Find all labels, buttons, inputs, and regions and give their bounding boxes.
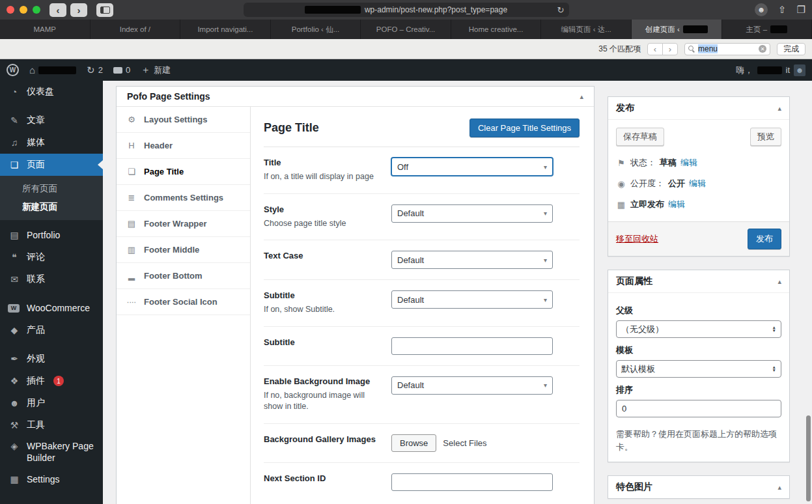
tab-comments-settings[interactable]: ≣Comments Settings [117,185,250,211]
find-previous-button[interactable]: ‹ [647,43,663,55]
reload-icon[interactable]: ↻ [557,5,565,15]
edit-schedule-link[interactable]: 编辑 [668,199,685,210]
forward-button[interactable]: › [70,3,87,17]
sidebar-item-media[interactable]: ♫媒体 [0,132,103,154]
subtitle-input[interactable] [391,337,553,355]
sidebar-item-users[interactable]: ☻用户 [0,392,103,414]
sidebar-item-settings[interactable]: ▦Settings [0,468,103,490]
tab-footer-wrapper[interactable]: ▤Footer Wrapper [117,211,250,237]
sidebar-item-portfolio[interactable]: ▤Portfolio [0,224,103,246]
media-icon: ♫ [8,137,21,148]
sidebar-toggle-button[interactable] [96,3,113,17]
field-label: Text Case [264,251,382,260]
appearance-icon: ✒ [8,354,21,364]
move-to-trash-link[interactable]: 移至回收站 [616,233,658,245]
collapse-icon[interactable]: ▴ [580,92,583,101]
browser-tab-home-creative[interactable]: Home creative... [451,20,542,39]
settings-tab-list: ⚙Layout Settings HHeader ❏Page Title ≣Co… [117,107,251,504]
tab-layout-settings[interactable]: ⚙Layout Settings [117,107,250,133]
metabox-header[interactable]: Pofo Page Settings ▴ [117,87,594,107]
title-select[interactable]: Off▾ [391,158,553,176]
share-icon[interactable]: ⇧ [778,4,787,16]
sidebar-item-tools[interactable]: ⚒工具 [0,414,103,436]
sidebar-item-wpbakery[interactable]: ◈WPBakery Page Builder [0,436,103,468]
adminbar-comments[interactable]: 0 [113,65,130,75]
sidebar-item-appearance[interactable]: ✒外观 [0,348,103,370]
style-select[interactable]: Default▾ [391,204,553,223]
subtitle-select[interactable]: Default▾ [391,290,553,309]
close-window-button[interactable] [7,6,14,14]
tab-footer-bottom[interactable]: ▂Footer Bottom [117,263,250,289]
template-label: 模板 [616,344,781,356]
browser-tab-edit-page[interactable]: 编辑页面 ‹ 达... [541,20,632,39]
submenu-all-pages[interactable]: 所有页面 [0,180,103,198]
field-label: Next Section ID [264,473,382,483]
publish-panel-header[interactable]: 发布 ▴ [608,97,789,120]
browser-tab-new-page-active[interactable]: 创建页面 ‹ [632,20,722,39]
scrollbar-thumb[interactable] [806,415,811,501]
next-section-id-input[interactable] [391,473,553,491]
find-done-button[interactable]: 完成 [777,43,805,55]
wordpress-logo-icon[interactable]: W [7,64,19,76]
text-case-select[interactable]: Default▾ [391,251,553,269]
order-input[interactable] [616,400,781,417]
comments-bubble-icon [113,67,122,74]
browser-tab-mamp[interactable]: MAMP [0,20,91,39]
page-attributes-panel: 页面属性 ▴ 父级 （无父级） ▲▼ 模板 默认模板 ▲▼ 排序 [608,270,790,462]
featured-image-header[interactable]: 特色图片 ▴ [608,476,789,498]
window-controls [7,6,40,14]
back-button[interactable]: ‹ [49,3,66,17]
adminbar-new-content[interactable]: ＋ 新建 [141,64,171,76]
find-next-button[interactable]: › [662,43,678,55]
browser-tab-import[interactable]: Import navigati... [180,20,271,39]
parent-select[interactable]: （无父级） ▲▼ [616,320,781,338]
plus-icon: ＋ [141,64,150,76]
preview-button[interactable]: 预览 [750,128,781,146]
adminbar-updates[interactable]: ↻ 2 [87,64,103,76]
sidebar-item-products[interactable]: ◆产品 [0,319,103,341]
sidebar-item-contact[interactable]: ✉联系 [0,268,103,290]
publish-button[interactable]: 发布 [748,229,781,249]
edit-status-link[interactable]: 编辑 [680,157,697,169]
publish-panel: 发布 ▴ 保存草稿 预览 ⚑ 状态： 草稿 编辑 ◉ [608,96,790,257]
find-nav-buttons: ‹ › [647,43,678,55]
tab-page-title[interactable]: ❏Page Title [117,159,250,185]
browser-tab-index[interactable]: Index of / [91,20,181,39]
browse-button[interactable]: Browse [391,434,436,452]
address-bar[interactable]: wp-admin/post-new.php?post_type=page ↻ [244,3,569,17]
page-attributes-header[interactable]: 页面属性 ▴ [608,270,789,293]
adminbar-account[interactable]: 嗨， it ☻ [736,64,806,76]
collapse-icon[interactable]: ▴ [777,277,781,286]
field-label: Subtitle [264,337,382,347]
sidebar-item-pages[interactable]: ❏页面 [0,154,103,176]
find-input[interactable]: menu ✕ [684,43,770,55]
template-select[interactable]: 默认模板 ▲▼ [616,360,781,378]
field-subtitle-toggle: Subtitle If on, show Subtitle. Default▾ [264,280,580,327]
browser-tab-portfolio[interactable]: Portfolio ‹ 仙... [271,20,361,39]
home-icon: ⌂ [29,64,35,76]
enable-background-image-select[interactable]: Default▾ [391,376,553,395]
clear-search-icon[interactable]: ✕ [759,45,766,53]
sidebar-item-posts[interactable]: ✎文章 [0,109,103,132]
collapse-icon[interactable]: ▴ [777,483,781,492]
field-label: Style [264,204,382,214]
sidebar-item-plugins[interactable]: ❖插件1 [0,370,103,392]
edit-visibility-link[interactable]: 编辑 [689,178,706,189]
submenu-new-page[interactable]: 新建页面 [0,198,103,216]
profile-icon[interactable]: ☻ [755,3,768,16]
minimize-window-button[interactable] [20,6,27,14]
adminbar-site-name[interactable]: ⌂ [29,64,76,76]
sidebar-item-comments[interactable]: ❝评论 [0,246,103,268]
zoom-window-button[interactable] [33,6,40,14]
browser-tab-pofo[interactable]: POFO – Creativ... [361,20,451,39]
clear-page-title-settings-button[interactable]: Clear Page Title Settings [469,119,580,137]
save-draft-button[interactable]: 保存草稿 [616,128,664,146]
tab-header[interactable]: HHeader [117,133,250,159]
tab-footer-social-icon[interactable]: ∙∙∙∙Footer Social Icon [117,289,250,315]
sidebar-item-dashboard[interactable]: ◔仪表盘 [0,81,103,103]
sidebar-item-woocommerce[interactable]: WWooCommerce [0,297,103,319]
tab-overview-icon[interactable]: ❐ [797,4,805,16]
tab-footer-middle[interactable]: ▥Footer Middle [117,237,250,263]
collapse-icon[interactable]: ▴ [777,104,781,113]
browser-tab-homepage[interactable]: 主页 – [722,20,812,39]
